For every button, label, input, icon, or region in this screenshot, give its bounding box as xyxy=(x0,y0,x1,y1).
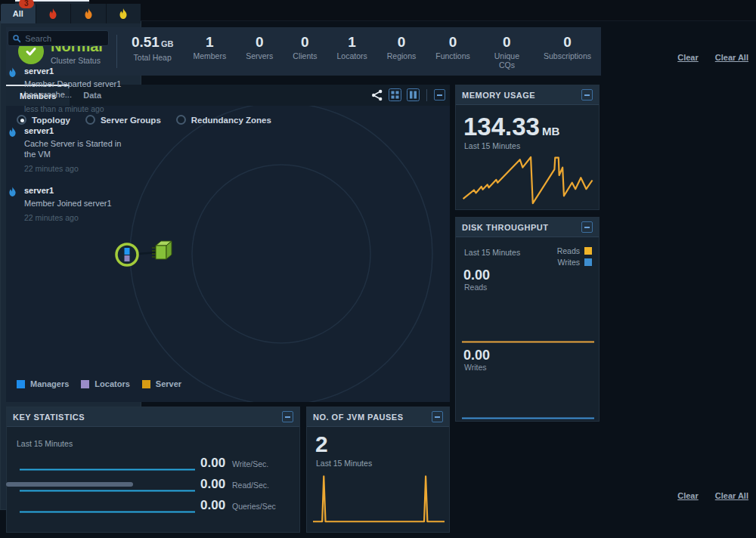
keystats-collapse-icon[interactable] xyxy=(282,411,293,422)
server-color-swatch xyxy=(142,380,150,388)
toolbar-divider xyxy=(426,89,427,101)
grid-view-icon[interactable] xyxy=(389,88,401,101)
alert-time: 22 minutes ago xyxy=(24,164,132,173)
memory-usage-sparkline xyxy=(460,156,596,205)
key-statistics-period: Last 15 Minutes xyxy=(17,439,73,448)
memory-collapse-icon[interactable] xyxy=(581,89,593,100)
radio-topology[interactable]: Topology xyxy=(17,115,70,125)
stat-clients: 0 Clients xyxy=(283,34,327,70)
legend-writes: Writes xyxy=(557,258,592,267)
disk-reads-value: 0.00 xyxy=(463,267,490,283)
error-flame-icon xyxy=(84,8,93,20)
jvm-pauses-period: Last 15 Minutes xyxy=(316,459,372,468)
stat-locators: 1 Locators xyxy=(327,34,376,70)
queries-per-sec-row: 0.00 Queries/Sec xyxy=(7,498,301,516)
memory-usage-panel: MEMORY USAGE 134.33MB Last 15 Minutes xyxy=(455,85,600,210)
radio-server-groups-dot xyxy=(85,115,95,125)
info-flame-icon xyxy=(8,67,17,78)
stat-regions: 0 Regions xyxy=(377,34,426,70)
locators-color-swatch xyxy=(81,380,89,388)
alert-item[interactable]: server1 Cache Server is Started in the V… xyxy=(0,126,140,173)
disk-writes-sparkline xyxy=(462,415,594,422)
disk-reads-sparkline xyxy=(462,339,594,345)
jvm-pauses-value: 2 xyxy=(315,431,328,457)
jvm-pauses-sparkline xyxy=(313,474,445,525)
alert-item[interactable]: server1 Member Joined server1 22 minutes… xyxy=(0,186,140,222)
queries-per-sec-sparkline xyxy=(20,509,195,515)
alert-tab-error[interactable] xyxy=(71,4,107,23)
memory-usage-value: 134.33MB xyxy=(463,113,559,141)
disk-throughput-title: DISK THROUGHPUT xyxy=(462,223,581,232)
legend-managers: Managers xyxy=(17,379,69,388)
alert-source: server1 xyxy=(24,126,132,135)
alert-search xyxy=(8,30,109,46)
stat-unique-cqs: 0 Unique CQs xyxy=(480,34,534,70)
managers-color-swatch xyxy=(17,380,25,388)
clear-all-link-bottom[interactable]: Clear All xyxy=(715,491,748,500)
disk-throughput-legend: Reads Writes xyxy=(557,246,592,269)
alert-message: Member Departed server1 has crashe... xyxy=(24,79,132,100)
search-icon xyxy=(13,34,20,43)
cluster-status-label: Cluster Status xyxy=(51,56,103,65)
info-flame-icon xyxy=(8,127,17,138)
alert-search-input[interactable] xyxy=(25,34,104,43)
jvm-pauses-panel: NO. OF JVM PAUSES 2 Last 15 Minutes xyxy=(306,407,450,533)
alert-time: less than a minute ago xyxy=(24,104,132,113)
legend-locators: Locators xyxy=(81,379,129,388)
radio-server-groups[interactable]: Server Groups xyxy=(85,115,161,125)
radio-redundancy-zones-dot xyxy=(176,115,186,125)
stat-total-heap: 0.51GB Total Heap xyxy=(122,34,183,70)
topology-inner-ring xyxy=(192,165,370,343)
clear-link-bottom[interactable]: Clear xyxy=(677,491,699,500)
radio-topology-dot xyxy=(17,115,26,125)
alert-tab-all[interactable]: All 3 xyxy=(1,4,36,23)
alert-message: Cache Server is Started in the VM xyxy=(24,138,132,159)
list-view-icon[interactable] xyxy=(407,88,420,101)
alert-time: 22 minutes ago xyxy=(24,213,132,222)
severe-flame-icon xyxy=(48,8,57,20)
stat-functions: 0 Functions xyxy=(426,34,480,70)
disk-collapse-icon[interactable] xyxy=(581,221,593,233)
legend-server: Server xyxy=(142,379,181,388)
alert-tab-warning[interactable] xyxy=(107,4,141,23)
info-flame-icon xyxy=(8,187,17,197)
reads-color-swatch xyxy=(584,247,592,255)
alert-list: server1 Member Departed server1 has cras… xyxy=(0,66,140,235)
topology-view-icon[interactable] xyxy=(370,88,383,101)
stat-servers: 0 Servers xyxy=(236,34,283,70)
writes-color-swatch xyxy=(584,258,592,266)
topology-legend: Managers Locators Server xyxy=(17,379,181,388)
disk-throughput-period: Last 15 Minutes xyxy=(464,248,520,257)
alert-item[interactable]: server1 Member Departed server1 has cras… xyxy=(0,66,140,113)
writes-per-sec-sparkline xyxy=(20,466,195,473)
jvm-pauses-title: NO. OF JVM PAUSES xyxy=(313,413,432,422)
memory-usage-title: MEMORY USAGE xyxy=(462,91,581,100)
host-machine-icon[interactable] xyxy=(152,241,172,259)
clear-link-top[interactable]: Clear xyxy=(677,53,699,62)
disk-writes-value: 0.00 xyxy=(463,348,490,363)
key-statistics-panel: KEY STATISTICS Last 15 Minutes 0.00 Writ… xyxy=(6,407,300,533)
legend-reads: Reads xyxy=(557,246,592,255)
memory-usage-period: Last 15 Minutes xyxy=(464,141,520,150)
members-collapse-icon[interactable] xyxy=(434,89,445,100)
alert-count-badge: 3 xyxy=(19,0,34,8)
jvm-collapse-icon[interactable] xyxy=(432,411,443,422)
clear-all-link-top[interactable]: Clear All xyxy=(715,53,748,62)
stat-members: 1 Members xyxy=(183,34,236,70)
alert-filter-tabs: All 3 xyxy=(1,1,141,23)
disk-reads-label: Reads xyxy=(464,283,487,292)
alert-message: Member Joined server1 xyxy=(24,198,132,209)
key-statistics-title: KEY STATISTICS xyxy=(13,413,282,422)
disk-writes-label: Writes xyxy=(464,363,487,372)
reads-per-sec-sparkline xyxy=(20,487,195,494)
radio-redundancy-zones[interactable]: Redundancy Zones xyxy=(176,115,271,125)
member-node-server1[interactable] xyxy=(116,244,138,265)
alert-tab-severe[interactable] xyxy=(36,4,72,23)
cluster-stats: 0.51GB Total Heap 1 Members 0 Servers 0 … xyxy=(117,34,601,70)
alerts-scrollbar[interactable] xyxy=(6,482,133,487)
alert-source: server1 xyxy=(24,186,132,195)
disk-throughput-panel: DISK THROUGHPUT Last 15 Minutes Reads Wr… xyxy=(455,217,600,422)
warning-flame-icon xyxy=(119,8,128,20)
stat-subscriptions: 0 Subscriptions xyxy=(534,34,601,70)
alert-source: server1 xyxy=(24,66,132,76)
